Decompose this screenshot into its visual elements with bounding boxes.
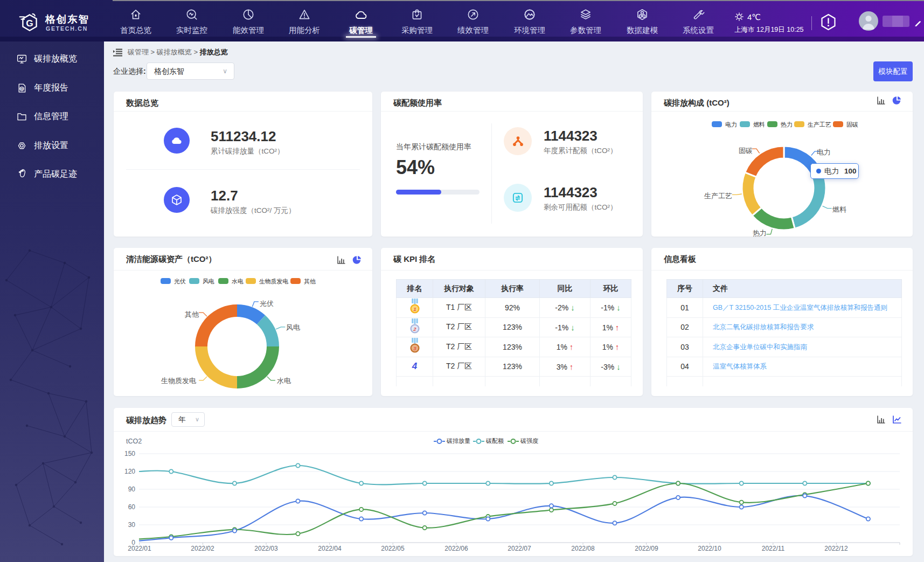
svg-text:G: G xyxy=(26,18,33,29)
svg-text:1: 1 xyxy=(413,306,416,312)
svg-text:3: 3 xyxy=(413,345,416,351)
svg-text:W: W xyxy=(20,87,24,91)
svg-text:2: 2 xyxy=(413,326,416,332)
